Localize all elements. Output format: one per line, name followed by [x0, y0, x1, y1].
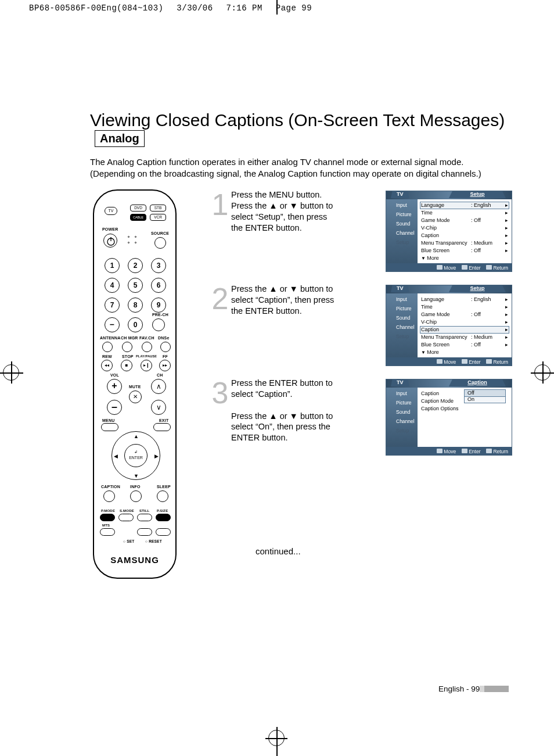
remote-vcr-button: VCR — [150, 214, 166, 221]
caption-label: CAPTION — [101, 485, 120, 489]
page-title: Viewing Closed Captions (On-Screen Text … — [90, 110, 505, 130]
remote-cable-button: CABLE — [130, 214, 146, 221]
print-page: Page 99 — [276, 3, 312, 13]
smode-label: S.MODE — [120, 509, 134, 513]
source-button — [154, 237, 166, 249]
caption-button — [103, 490, 115, 502]
osd-screenshot-2: TV Setup Input Picture Sound Channel Set… — [386, 285, 512, 366]
print-file: BP68-00586F-00Eng(084~103) — [29, 3, 163, 13]
info-button — [130, 490, 142, 502]
step-2: 2 Press the ▲ or ▼ button to select “Cap… — [210, 284, 512, 366]
print-header: BP68-00586F-00Eng(084~103) 3/30/06 7:16 … — [29, 3, 320, 13]
registration-mark — [534, 364, 551, 381]
dash-button: – — [105, 317, 120, 332]
exit-button — [153, 423, 171, 431]
sleep-label: SLEEP — [157, 485, 171, 489]
osd-main: Language: English▸ Time▸ Game Mode: Off▸… — [418, 199, 512, 263]
osd-title: Setup — [449, 191, 506, 198]
num-9: 9 — [151, 298, 166, 313]
blank-button-2 — [156, 528, 171, 536]
chmgr-label: CH MGR — [121, 336, 138, 340]
osd-sidebar-setup: Setup — [386, 238, 418, 247]
remote-illustration: TV DVD STB CABLE VCR POWER SOURCE 1 2 3 … — [93, 189, 180, 585]
print-time: 7:16 PM — [226, 3, 262, 13]
play-label: PLAY/PAUSE — [136, 354, 157, 358]
rew-button: ◂◂ — [101, 360, 113, 371]
step-number: 1 — [210, 192, 230, 217]
sleep-button — [157, 490, 168, 502]
enter-button: ↲ENTER — [124, 444, 148, 467]
footer-bar-icon — [484, 686, 509, 692]
page-number: English - 99 — [438, 685, 480, 693]
num-8: 8 — [128, 298, 143, 313]
power-label: POWER — [102, 227, 118, 231]
num-6: 6 — [151, 278, 166, 293]
return-icon — [486, 265, 492, 270]
osd-option-box: Off On — [464, 389, 506, 403]
num-3: 3 — [151, 258, 166, 273]
step-number: 3 — [210, 380, 230, 406]
source-label: SOURCE — [151, 231, 169, 235]
osd-top: TV Setup — [386, 191, 512, 199]
osd-screenshot-1: TV Setup Input Picture Sound Channel Set… — [386, 191, 512, 272]
osd-footer: Move Enter Return — [386, 263, 512, 271]
num-2: 2 — [128, 258, 143, 273]
num-5: 5 — [128, 278, 143, 293]
set-label: ○ SET — [123, 539, 134, 543]
led-dot — [135, 242, 136, 243]
ch-up: ∧ — [151, 379, 166, 394]
osd-option-on: On — [465, 396, 505, 403]
still-button — [137, 514, 152, 521]
mute-button: ✕ — [129, 390, 142, 403]
mute-label: MUTE — [129, 385, 141, 389]
vol-down: – — [107, 400, 122, 415]
still-label: STILL — [139, 509, 150, 513]
ff-button: ▸▸ — [159, 360, 171, 371]
menu-label: MENU — [102, 418, 114, 422]
dpad-left-icon: ◀ — [114, 453, 118, 459]
num-4: 4 — [105, 278, 120, 293]
led-dot — [128, 242, 129, 243]
rew-label: REW — [102, 354, 112, 359]
osd-sidebar: Input Picture Sound Channel Setup — [386, 199, 418, 263]
registration-mark — [3, 364, 19, 381]
intro-paragraph: The Analog Caption function operates in … — [90, 156, 508, 180]
dpad-right-icon: ▶ — [154, 453, 159, 459]
num-7: 7 — [105, 298, 120, 313]
print-date: 3/30/06 — [177, 3, 213, 13]
dnse-button — [160, 342, 171, 352]
mts-button — [100, 528, 115, 536]
play-button: ▸❙ — [141, 360, 152, 371]
steps-area: 1 Press the MENU button.Press the ▲ or ▼… — [210, 189, 512, 467]
antenna-label: ANTENNA — [100, 336, 121, 340]
ch-down: ∨ — [151, 400, 166, 415]
reset-label: ○ RESET — [145, 539, 162, 543]
favch-label: FAV.CH — [139, 336, 154, 340]
osd-sidebar-picture: Picture — [386, 210, 418, 219]
dpad-up-icon: ▲ — [134, 433, 139, 439]
brand-logo: SAMSUNG — [94, 555, 175, 565]
smode-button — [118, 514, 134, 521]
analog-badge: Analog — [95, 130, 145, 147]
registration-mark — [268, 730, 285, 746]
remote-body: TV DVD STB CABLE VCR POWER SOURCE 1 2 3 … — [93, 189, 177, 579]
menu-button — [101, 423, 118, 431]
step-1: 1 Press the MENU button.Press the ▲ or ▼… — [210, 189, 512, 272]
page: BP68-00586F-00Eng(084~103) 3/30/06 7:16 … — [0, 0, 554, 756]
prech-button — [152, 318, 165, 331]
osd-screenshot-3: TV Caption Input Picture Sound Channel S… — [386, 379, 512, 456]
prech-label: PRE-CH — [152, 313, 168, 317]
vol-label: VOL — [110, 373, 119, 377]
favch-button — [142, 342, 152, 352]
continued-text: continued... — [256, 546, 301, 556]
psize-label: P.SIZE — [157, 509, 168, 513]
move-icon — [437, 265, 443, 270]
dnse-label: DNSe — [158, 336, 169, 340]
led-dot — [135, 236, 136, 238]
enter-icon — [462, 265, 467, 270]
osd-tv-label: TV — [391, 191, 409, 198]
chmgr-button — [122, 342, 132, 352]
content-area: Viewing Closed Captions (On-Screen Text … — [90, 110, 520, 180]
blank-button-1 — [137, 528, 152, 536]
stop-label: STOP — [122, 354, 134, 359]
